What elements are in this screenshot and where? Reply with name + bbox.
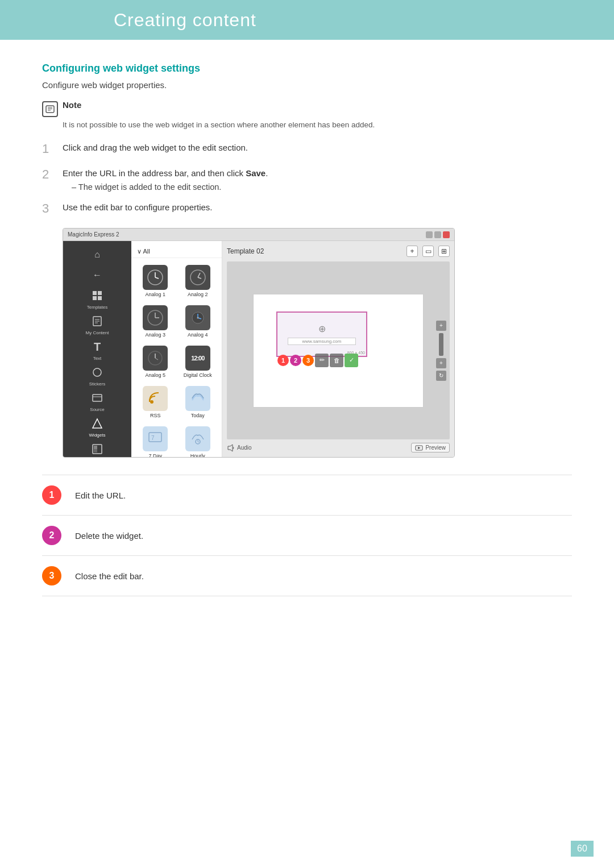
step-text-1: Click and drag the web widget to the edi… bbox=[63, 143, 248, 152]
note-label: Note bbox=[63, 100, 81, 110]
app-window-screenshot: MagicInfo Express 2 ⌂ ← bbox=[63, 228, 455, 458]
canvas-toolbar: Template 02 + ▭ ⊞ bbox=[227, 246, 450, 257]
app-body: ⌂ ← Templates My Content bbox=[63, 241, 454, 457]
svg-line-45 bbox=[198, 442, 199, 442]
app-titlebar: MagicInfo Express 2 bbox=[63, 229, 454, 241]
step-2: 2 Enter the URL in the address bar, and … bbox=[42, 167, 572, 192]
zoom-in-btn[interactable]: + bbox=[436, 321, 446, 331]
my-content-icon bbox=[89, 313, 105, 329]
step-1: 1 Click and drag the web widget to the e… bbox=[42, 141, 572, 157]
annotation-badge-1: 1 bbox=[42, 485, 61, 505]
svg-rect-6 bbox=[93, 296, 97, 300]
hourly-icon bbox=[185, 426, 210, 451]
canvas-area: ⊕ www.samsung.com 800 × 450 1 2 3 ✏ 🗑 ✓ bbox=[227, 261, 450, 439]
app-sidebar: ⌂ ← Templates My Content bbox=[63, 241, 131, 457]
svg-rect-5 bbox=[98, 291, 102, 295]
svg-line-39 bbox=[155, 358, 158, 360]
svg-rect-4 bbox=[93, 291, 97, 295]
sidebar-templates[interactable]: Templates bbox=[87, 288, 107, 310]
close-btn[interactable] bbox=[443, 231, 450, 238]
canvas-inner: ⊕ www.samsung.com 800 × 450 1 2 3 ✏ 🗑 ✓ bbox=[253, 294, 424, 408]
analog4-icon bbox=[185, 305, 210, 330]
stickers-icon bbox=[89, 364, 105, 380]
analog5-icon bbox=[143, 346, 168, 371]
step-text-3: Use the edit bar to configure properties… bbox=[63, 202, 212, 212]
web-widget-element: ⊕ www.samsung.com 800 × 450 1 2 3 ✏ 🗑 ✓ bbox=[276, 312, 367, 357]
widget-rss[interactable]: RSS bbox=[135, 383, 176, 422]
section-subtitle: Configure web widget properties. bbox=[42, 80, 572, 90]
annotation-row-1: 1 Edit the URL. bbox=[42, 475, 572, 516]
svg-rect-7 bbox=[98, 296, 102, 300]
widget-digital-clock[interactable]: 12:00 Digital Clock bbox=[177, 342, 219, 381]
widget-hourly[interactable]: Hourly bbox=[177, 423, 219, 458]
preview-btn[interactable]: Preview bbox=[411, 443, 450, 452]
widget-analog4[interactable]: Analog 4 bbox=[177, 302, 219, 341]
maximize-btn[interactable] bbox=[434, 231, 441, 238]
sidebar-my-content[interactable]: My Content bbox=[86, 313, 109, 335]
widget-analog5[interactable]: Analog 5 bbox=[135, 342, 176, 381]
widget-analog1[interactable]: Analog 1 bbox=[135, 261, 176, 301]
zoom-out-btn[interactable]: + bbox=[436, 358, 446, 368]
single-layout-btn[interactable]: ▭ bbox=[422, 246, 434, 257]
svg-marker-46 bbox=[228, 445, 233, 451]
digital-clock-icon: 12:00 bbox=[185, 346, 210, 371]
step-3: 3 Use the edit bar to configure properti… bbox=[42, 201, 572, 217]
widgets-filter[interactable]: ∨ All bbox=[131, 246, 222, 258]
annotation-row-2: 2 Delete the widget. bbox=[42, 516, 572, 556]
svg-point-12 bbox=[93, 368, 101, 376]
sidebar-widgets[interactable]: Widgets bbox=[89, 416, 106, 438]
step-sub-2: The widget is added to the edit section. bbox=[63, 182, 268, 192]
step-number-2: 2 bbox=[42, 167, 63, 183]
svg-marker-48 bbox=[418, 447, 421, 449]
sidebar-stickers[interactable]: Stickers bbox=[89, 364, 105, 387]
annotation-badge-2: 2 bbox=[42, 526, 61, 545]
widget-today[interactable]: Today bbox=[177, 383, 219, 422]
sidebar-text[interactable]: T Text bbox=[89, 339, 105, 361]
minimize-btn[interactable] bbox=[426, 231, 433, 238]
widget-analog2[interactable]: Analog 2 bbox=[177, 261, 219, 301]
sidebar-background[interactable]: Background bbox=[85, 441, 110, 458]
page-title: Creating content bbox=[114, 10, 256, 31]
main-content: Configuring web widget settings Configur… bbox=[0, 40, 614, 630]
edit-action-confirm[interactable]: ✓ bbox=[345, 354, 358, 367]
sidebar-source[interactable]: Source bbox=[89, 390, 105, 412]
source-icon bbox=[89, 390, 105, 406]
widget-7day[interactable]: 7 7 Day bbox=[135, 423, 176, 458]
grid-layout-btn[interactable]: ⊞ bbox=[438, 246, 450, 257]
svg-line-28 bbox=[198, 273, 200, 277]
note-icon bbox=[42, 101, 58, 117]
edit-action-delete[interactable]: 🗑 bbox=[330, 354, 343, 367]
edit-btn-1[interactable]: 1 bbox=[277, 355, 289, 366]
widget-analog3[interactable]: Analog 3 bbox=[135, 302, 176, 341]
templates-icon bbox=[89, 288, 105, 304]
sidebar-home[interactable]: ⌂ bbox=[89, 247, 105, 264]
annotation-text-3: Close the edit bar. bbox=[75, 571, 144, 581]
svg-marker-15 bbox=[93, 419, 102, 428]
annotation-text-2: Delete the widget. bbox=[75, 531, 143, 541]
section-heading: Configuring web widget settings bbox=[42, 63, 572, 74]
today-icon bbox=[185, 386, 210, 411]
annotation-badge-3: 3 bbox=[42, 566, 61, 585]
step-text-2: Enter the URL in the address bar, and th… bbox=[63, 168, 268, 178]
analog2-icon bbox=[185, 265, 210, 290]
svg-rect-18 bbox=[94, 449, 97, 452]
app-titlebar-buttons bbox=[426, 231, 450, 238]
svg-line-26 bbox=[155, 277, 159, 279]
text-icon: T bbox=[89, 339, 105, 355]
background-icon bbox=[89, 441, 105, 457]
svg-text:7: 7 bbox=[151, 435, 155, 441]
edit-bar: 1 2 3 ✏ 🗑 ✓ bbox=[277, 354, 358, 367]
widgets-grid: Analog 1 Analog 2 Analog 3 bbox=[131, 261, 222, 458]
edit-btn-2[interactable]: 2 bbox=[290, 355, 301, 366]
step-number-1: 1 bbox=[42, 141, 63, 157]
annotation-text-1: Edit the URL. bbox=[75, 491, 126, 500]
edit-action-pencil[interactable]: ✏ bbox=[315, 354, 329, 367]
rotate-btn[interactable]: ↻ bbox=[436, 371, 446, 381]
web-url-bar[interactable]: www.samsung.com bbox=[288, 338, 356, 345]
note-box: Note bbox=[42, 100, 572, 117]
audio-btn[interactable]: Audio bbox=[227, 444, 252, 452]
annotation-list: 1 Edit the URL. 2 Delete the widget. 3 C… bbox=[42, 475, 572, 596]
edit-btn-3[interactable]: 3 bbox=[302, 355, 314, 366]
sidebar-back[interactable]: ← bbox=[89, 267, 105, 284]
add-layout-btn[interactable]: + bbox=[406, 246, 418, 257]
